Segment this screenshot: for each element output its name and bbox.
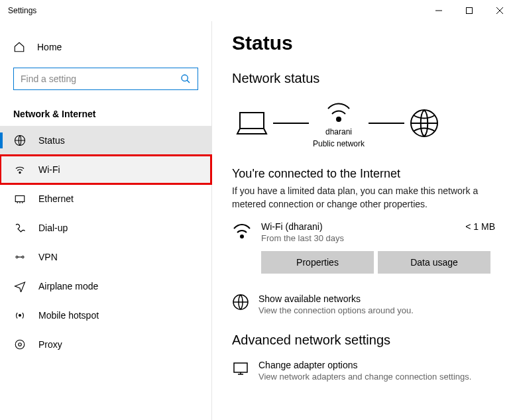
svg-point-12 [15,340,25,349]
airplane-icon [13,280,27,292]
adapter-options-link[interactable]: Change adapter options View network adap… [232,360,495,382]
wifi-conn-icon [232,221,252,240]
adapter-sub: View network adapters and change connect… [258,372,471,382]
connection-usage: < 1 MB [465,221,495,232]
connection-period: From the last 30 days [261,233,456,243]
sidebar-item-label: Proxy [38,339,62,350]
globe-icon [408,107,440,139]
search-icon [180,74,191,84]
svg-rect-19 [234,363,247,372]
connected-title: You're connected to the Internet [232,167,495,181]
dialup-icon [13,222,27,234]
adapter-title: Change adapter options [258,360,471,370]
sidebar-item-label: Wi-Fi [38,164,60,175]
vpn-icon [13,251,27,263]
wifi-icon [13,164,27,176]
minimize-button[interactable] [424,0,454,21]
search-box[interactable] [13,68,198,90]
laptop-icon [235,109,269,138]
sidebar-item-label: Airplane mode [38,281,98,291]
show-networks-link[interactable]: Show available networks View the connect… [232,293,495,315]
sidebar-item-label: Ethernet [38,193,74,204]
globe-small-icon [232,293,249,311]
network-diagram: dharani Public network [235,98,495,148]
home-icon [13,41,25,53]
sidebar-item-label: Status [38,135,65,146]
sidebar-item-label: Mobile hotspot [38,310,99,321]
data-usage-button[interactable]: Data usage [378,251,490,274]
status-icon [13,134,27,146]
sidebar-item-hotspot[interactable]: Mobile hotspot [0,301,211,330]
connected-desc: If you have a limited data plan, you can… [232,185,495,211]
svg-rect-1 [467,8,473,14]
svg-line-5 [187,80,190,83]
connection-name: Wi-Fi (dharani) [261,221,456,232]
search-input[interactable] [21,74,180,84]
sidebar-item-airplane[interactable]: Airplane mode [0,272,211,301]
svg-point-10 [22,256,24,258]
maximize-icon [466,7,473,14]
diagram-ssid: dharani [325,127,352,136]
titlebar: Settings [0,0,515,21]
sidebar-item-label: Dial-up [38,223,68,233]
svg-rect-14 [240,113,264,129]
svg-point-11 [19,315,21,317]
diagram-nettype: Public network [313,139,365,148]
svg-rect-8 [15,196,25,202]
sidebar-item-proxy[interactable]: Proxy [0,330,211,359]
ethernet-icon [13,193,27,205]
properties-button[interactable]: Properties [261,251,374,274]
svg-point-13 [19,343,22,346]
sidebar-item-status[interactable]: Status [0,126,211,155]
minimize-icon [435,7,442,14]
section-label: Network & Internet [0,103,211,126]
close-icon [496,7,503,14]
advanced-title: Advanced network settings [232,333,495,348]
sidebar-item-dialup[interactable]: Dial-up [0,213,211,242]
svg-point-4 [182,75,188,81]
proxy-icon [13,339,27,350]
svg-point-9 [16,256,18,258]
sidebar-item-vpn[interactable]: VPN [0,242,211,272]
sidebar-item-label: VPN [38,252,58,262]
wifi-diagram-icon [324,98,353,125]
maximize-button[interactable] [454,0,485,21]
show-networks-title: Show available networks [258,293,414,304]
svg-point-15 [337,117,341,121]
home-nav[interactable]: Home [0,34,211,60]
adapter-icon [232,360,249,377]
svg-point-7 [19,172,21,173]
sidebar-item-ethernet[interactable]: Ethernet [0,184,211,213]
show-networks-sub: View the connection options around you. [258,305,414,315]
page-title: Status [232,32,495,54]
hotspot-icon [13,309,27,321]
page-subtitle: Network status [232,71,495,86]
home-label: Home [37,42,62,52]
sidebar: Home Network & Internet Status Wi-Fi [0,21,212,420]
sidebar-item-wifi[interactable]: Wi-Fi [0,155,211,184]
window-title: Settings [8,6,36,15]
svg-point-17 [241,235,243,238]
main-panel: Status Network status dharani Public net… [212,21,515,420]
connection-block: Wi-Fi (dharani) From the last 30 days < … [232,221,495,243]
close-button[interactable] [485,0,515,21]
